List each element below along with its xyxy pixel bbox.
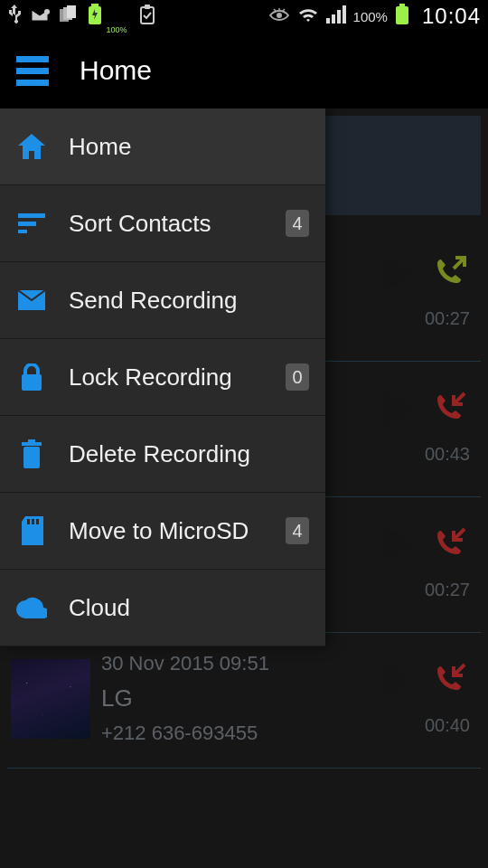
svg-rect-7 <box>145 5 150 9</box>
drawer-item-send-recording[interactable]: Send Recording <box>0 262 325 339</box>
drawer-item-label: Sort Contacts <box>69 210 211 238</box>
drawer-item-delete-recording[interactable]: Delete Recording <box>0 416 325 493</box>
svg-rect-14 <box>396 6 408 24</box>
signal-icon <box>326 5 346 28</box>
svg-rect-21 <box>22 442 42 446</box>
windows-icon <box>60 5 78 28</box>
drawer-item-lock-recording[interactable]: Lock Recording 0 <box>0 339 325 416</box>
drawer-item-sort-contacts[interactable]: Sort Contacts 4 <box>0 185 325 262</box>
svg-rect-6 <box>141 7 154 24</box>
svg-rect-15 <box>18 213 45 218</box>
svg-rect-22 <box>28 439 35 442</box>
drawer-item-cloud[interactable]: Cloud <box>0 570 325 646</box>
lock-icon <box>16 363 47 391</box>
drawer-item-label: Send Recording <box>69 287 237 315</box>
svg-rect-10 <box>332 14 335 24</box>
mail-icon <box>16 290 47 310</box>
navigation-drawer: Home Sort Contacts 4 Send Recording Lock… <box>0 108 325 646</box>
svg-rect-20 <box>23 447 40 468</box>
svg-rect-23 <box>27 519 30 524</box>
drawer-item-label: Move to MicroSD <box>69 517 249 545</box>
svg-point-8 <box>277 13 282 18</box>
svg-rect-3 <box>67 5 76 18</box>
drawer-item-label: Cloud <box>69 594 130 622</box>
svg-point-0 <box>44 9 50 14</box>
svg-rect-19 <box>22 374 42 391</box>
svg-rect-24 <box>32 519 34 524</box>
svg-rect-12 <box>343 5 346 24</box>
menu-button[interactable] <box>11 51 54 91</box>
cloud-icon <box>16 597 47 618</box>
battery-icon <box>395 4 409 30</box>
svg-rect-16 <box>18 222 36 226</box>
sdcard-icon <box>16 516 47 545</box>
drawer-item-label: Delete Recording <box>69 440 250 468</box>
drawer-item-badge: 4 <box>286 517 309 544</box>
svg-rect-4 <box>91 4 99 6</box>
trash-icon <box>16 439 47 468</box>
content-area: 00:27 00:43 <box>0 108 488 868</box>
eye-icon <box>268 6 290 27</box>
svg-rect-13 <box>399 4 405 6</box>
svg-rect-25 <box>36 519 39 524</box>
battery-pct-label: 100% <box>353 9 388 24</box>
app-bar: Home <box>0 33 488 108</box>
battery-charge-label: 100% <box>107 25 127 34</box>
status-clock: 10:04 <box>422 4 481 29</box>
usb-icon <box>7 5 22 29</box>
drawer-item-label: Home <box>69 133 131 161</box>
clipboard-icon <box>138 5 156 29</box>
drawer-item-home[interactable]: Home <box>0 108 325 185</box>
status-bar: 100% 100% 10:04 <box>0 0 488 33</box>
mail-status-icon <box>31 6 51 27</box>
wifi-icon <box>297 5 319 28</box>
drawer-item-badge: 0 <box>286 363 309 391</box>
svg-rect-9 <box>326 18 330 24</box>
battery-charge-icon: 100% <box>87 4 129 30</box>
page-title: Home <box>80 55 152 86</box>
sort-icon <box>16 213 47 233</box>
drawer-item-move-to-microsd[interactable]: Move to MicroSD 4 <box>0 493 325 570</box>
svg-rect-17 <box>18 230 27 233</box>
drawer-item-badge: 4 <box>286 210 309 237</box>
svg-rect-11 <box>337 10 341 24</box>
home-icon <box>16 134 47 159</box>
drawer-item-label: Lock Recording <box>69 363 232 392</box>
